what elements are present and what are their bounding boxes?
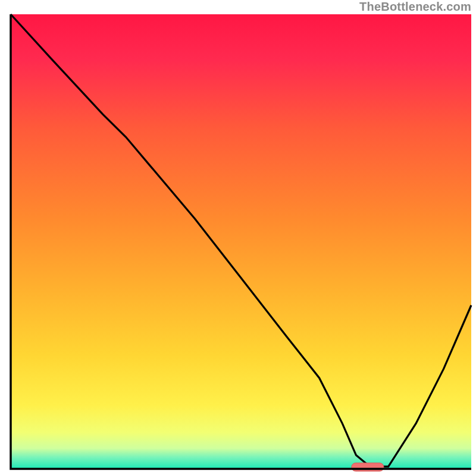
plot-background <box>11 14 471 469</box>
chart-container: TheBottleneck.com <box>0 0 476 476</box>
optimal-range-marker <box>352 463 384 471</box>
bottleneck-chart <box>0 0 476 476</box>
